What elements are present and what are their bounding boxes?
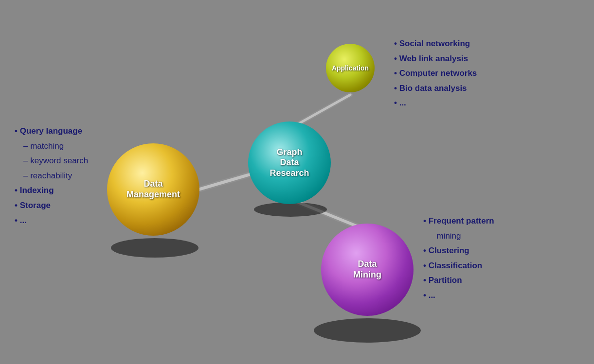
- list-item: • Social networking: [394, 36, 477, 52]
- sphere-graph-data-research: GraphDataResearch: [248, 121, 331, 204]
- list-item: • Computer networks: [394, 66, 477, 81]
- list-item: • ...: [394, 96, 477, 111]
- list-item: • Partition: [423, 273, 494, 288]
- sphere-data-management: DataManagement: [107, 143, 199, 236]
- list-item: • Bio data analysis: [394, 81, 477, 96]
- list-item: • Frequent pattern: [423, 214, 494, 229]
- list-item: • ...: [423, 288, 494, 303]
- list-item: – matching: [15, 139, 88, 154]
- list-item: • ...: [15, 213, 88, 228]
- list-application: • Social networking • Web link analysis …: [394, 36, 477, 111]
- sphere-application: Application: [326, 44, 375, 92]
- list-data-mining: • Frequent pattern mining • Clustering •…: [423, 214, 494, 303]
- shadow-center: [254, 202, 327, 217]
- list-item: • Clustering: [423, 243, 494, 259]
- list-item: – keyword search: [15, 154, 88, 169]
- list-item: • Web link analysis: [394, 52, 477, 67]
- list-data-management: • Query language – matching – keyword se…: [15, 124, 88, 228]
- list-item: • Query language: [15, 124, 88, 139]
- list-item: • Storage: [15, 198, 88, 213]
- shadow-left: [111, 238, 198, 258]
- main-scene: DataManagement GraphDataResearch Applica…: [0, 0, 594, 364]
- list-item: • Indexing: [15, 183, 88, 198]
- list-item: – reachability: [15, 169, 88, 184]
- shadow-bottom: [314, 318, 421, 343]
- list-item: • Classification: [423, 259, 494, 274]
- list-item: mining: [423, 229, 494, 244]
- sphere-data-mining: DataMining: [321, 224, 414, 316]
